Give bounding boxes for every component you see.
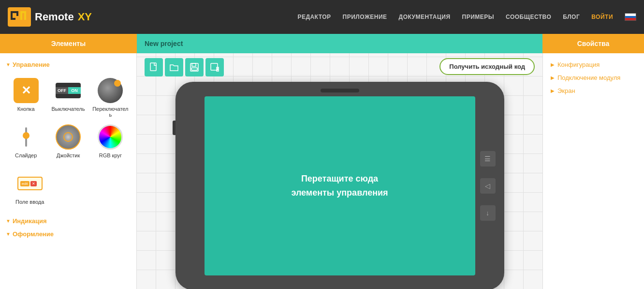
project-tab-label: New project — [145, 40, 183, 47]
element-input[interactable]: edit ✕ Поле ввода — [12, 168, 48, 207]
svg-rect-7 — [24, 11, 26, 20]
screen-label: Экран — [557, 87, 575, 94]
svg-rect-4 — [16, 11, 18, 16]
phone-screen[interactable]: Перетащите сюда элементы управления — [205, 96, 475, 275]
left-panel: Управление ✕ Кнопка OFF ON — [0, 53, 137, 289]
save-button[interactable] — [185, 58, 204, 76]
design-section-label: Оформление — [13, 230, 54, 238]
properties-tab-label: Свойства — [577, 40, 610, 47]
sub-header: Элементы New project Свойства — [0, 34, 644, 53]
design-section-header[interactable]: Оформление — [0, 228, 136, 241]
input-elements-grid: edit ✕ Поле ввода — [6, 164, 131, 211]
element-rgb[interactable]: RGB круг — [90, 122, 131, 160]
elements-tab[interactable]: Элементы — [0, 34, 137, 53]
inputfield-label: Поле ввода — [15, 199, 44, 205]
module-property-item[interactable]: Подключение модуля — [551, 71, 636, 84]
element-button[interactable]: ✕ Кнопка — [6, 75, 46, 120]
russia-flag-icon — [625, 13, 636, 21]
nav-menu: РЕДАКТОР ПРИЛОЖЕНИЕ ДОКУМЕНТАЦИЯ ПРИМЕРЫ… — [297, 13, 636, 21]
control-section-label: Управление — [13, 61, 50, 68]
element-joystick[interactable]: Джойстик — [48, 122, 88, 160]
element-switch[interactable]: OFF ON Выключатель — [48, 75, 88, 120]
logo-remote-text: Remote — [35, 11, 74, 23]
inputfield-icon: edit ✕ — [16, 170, 44, 197]
center-canvas[interactable]: Получить исходный код Перетащите сюда эл… — [137, 53, 542, 289]
get-source-button[interactable]: Получить исходный код — [439, 58, 535, 75]
phone-mockup: Перетащите сюда элементы управления ☰ ◁ … — [176, 82, 504, 289]
rgb-icon — [97, 123, 124, 151]
drop-hint-line2: элементы управления — [291, 188, 388, 198]
button-label: Кнопка — [17, 106, 35, 112]
element-toggle[interactable]: Переключатель — [90, 75, 131, 120]
project-tab[interactable]: New project — [137, 34, 542, 53]
nav-examples[interactable]: ПРИМЕРЫ — [462, 14, 495, 20]
switch-icon: OFF ON — [55, 77, 82, 104]
open-file-button[interactable] — [165, 58, 183, 76]
svg-rect-8 — [150, 63, 156, 71]
button-icon: ✕ — [13, 77, 40, 104]
svg-rect-11 — [191, 68, 197, 70]
phone-volume-button — [173, 121, 176, 135]
indication-section-label: Индикация — [13, 217, 47, 225]
joystick-label: Джойстик — [57, 152, 80, 158]
config-property-item[interactable]: Конфигурация — [551, 58, 636, 71]
element-slider[interactable]: Слайдер — [6, 122, 46, 160]
toggle-label: Переключатель — [92, 106, 129, 118]
control-section-header[interactable]: Управление — [0, 58, 136, 71]
right-panel: Конфигурация Подключение модуля Экран — [542, 53, 644, 289]
main-layout: Управление ✕ Кнопка OFF ON — [0, 53, 644, 289]
svg-rect-10 — [192, 63, 196, 66]
joystick-icon — [55, 123, 82, 151]
phone-back-button[interactable]: ◁ — [480, 178, 496, 194]
slider-icon — [13, 123, 40, 151]
phone-menu-button[interactable]: ☰ — [480, 151, 496, 167]
drop-hint-line1: Перетащите сюда — [301, 174, 378, 184]
svg-rect-3 — [11, 18, 15, 20]
new-file-button[interactable] — [145, 58, 163, 76]
toolbar — [145, 58, 224, 76]
phone-speaker-icon — [321, 89, 359, 92]
logo-icon — [8, 7, 31, 27]
toggle-icon — [97, 77, 124, 104]
switch-label: Выключатель — [51, 106, 85, 112]
header: RemoteXY РЕДАКТОР ПРИЛОЖЕНИЕ ДОКУМЕНТАЦИ… — [0, 0, 644, 34]
rgb-label: RGB круг — [99, 152, 122, 158]
logo-xy-text: XY — [78, 11, 92, 23]
get-source-label: Получить исходный код — [449, 63, 525, 70]
properties-tab[interactable]: Свойства — [542, 34, 644, 53]
control-elements-grid: ✕ Кнопка OFF ON Выключатель — [0, 71, 136, 164]
slider-label: Слайдер — [15, 152, 37, 158]
logo-area: RemoteXY — [8, 7, 117, 27]
module-label: Подключение модуля — [557, 74, 620, 81]
nav-editor[interactable]: РЕДАКТОР — [297, 14, 331, 20]
screen-property-item[interactable]: Экран — [551, 84, 636, 97]
nav-docs[interactable]: ДОКУМЕНТАЦИЯ — [399, 14, 451, 20]
input-section: edit ✕ Поле ввода — [0, 164, 136, 214]
nav-app[interactable]: ПРИЛОЖЕНИЕ — [343, 14, 387, 20]
save-as-button[interactable] — [205, 58, 224, 76]
config-label: Конфигурация — [557, 61, 600, 68]
elements-tab-label: Элементы — [51, 40, 86, 47]
nav-community[interactable]: СООБЩЕСТВО — [506, 14, 551, 20]
nav-login[interactable]: ВОЙТИ — [591, 14, 613, 20]
phone-nav-buttons: ☰ ◁ ↓ — [480, 151, 496, 221]
nav-blog[interactable]: БЛОГ — [563, 14, 580, 20]
phone-home-button[interactable]: ↓ — [480, 205, 496, 221]
indication-section-header[interactable]: Индикация — [0, 214, 136, 228]
